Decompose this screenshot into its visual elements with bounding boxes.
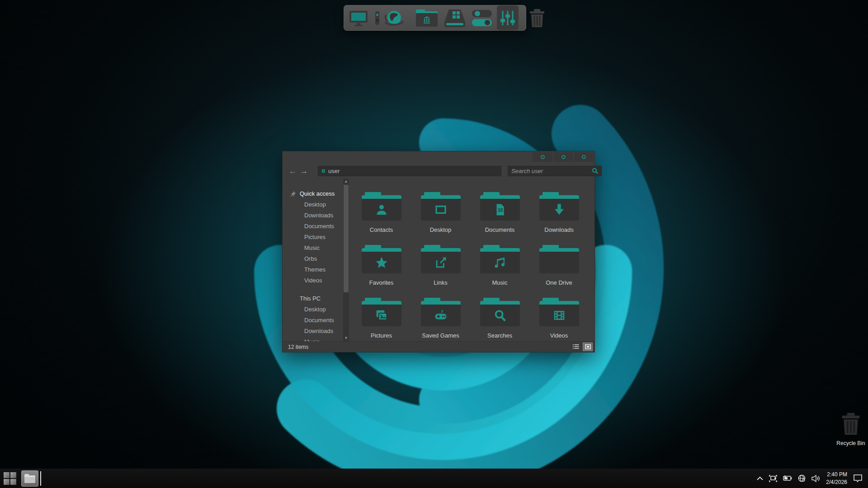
folder-tile-favorites[interactable]: Favorites (352, 239, 411, 292)
speaker-icon[interactable] (375, 5, 379, 30)
person-icon (375, 203, 388, 216)
folder-tile-pictures[interactable]: Pictures (352, 292, 411, 345)
network-globe-icon[interactable] (798, 474, 806, 482)
recycle-bin-icon (840, 412, 861, 436)
sidebar-item-orbs[interactable]: Orbs (283, 253, 349, 264)
folder-tile-searches[interactable]: Searches (470, 292, 529, 345)
taskbar-file-explorer-button[interactable] (21, 470, 38, 487)
file-explorer-window: ← → Quick access Desktop Downloads (282, 151, 595, 352)
large-icons-view-button[interactable] (583, 343, 593, 351)
search-input[interactable] (511, 168, 592, 174)
folder-tile-documents[interactable]: Documents (470, 187, 529, 239)
folder-tile-saved-games[interactable]: Saved Games (411, 292, 470, 345)
display-icon[interactable] (349, 5, 371, 30)
scrollbar-thumb[interactable] (344, 185, 349, 292)
folder-icon (539, 298, 579, 326)
share-icon (434, 256, 448, 269)
folder-grid: Contacts Desktop Documents (349, 178, 594, 341)
sidebar-item-pc-desktop[interactable]: Desktop (283, 304, 349, 315)
music-note-icon (493, 256, 507, 269)
folder-icon (362, 245, 401, 273)
sidebar-item-themes[interactable]: Themes (283, 264, 349, 275)
folder-tile-links[interactable]: Links (411, 239, 470, 292)
sidebar-item-pc-downloads[interactable]: Downloads (283, 326, 349, 337)
list-view-icon (573, 344, 579, 350)
scroll-down-icon[interactable]: ▼ (343, 335, 349, 341)
chevron-up-icon[interactable] (757, 476, 763, 480)
film-icon (552, 309, 566, 322)
volume-icon[interactable] (811, 475, 820, 482)
sidebar-scrollbar[interactable]: ▲ ▼ (343, 178, 349, 341)
pictures-icon (375, 309, 388, 322)
folder-icon (24, 474, 36, 483)
forward-button[interactable]: → (300, 167, 308, 175)
folder-icon (362, 192, 401, 221)
pin-icon (290, 191, 296, 197)
sidebar-item-quick-access[interactable]: Quick access (283, 188, 349, 199)
gamepad-icon (434, 309, 448, 322)
clock-date: 2/4/2026 (826, 479, 847, 486)
star-icon (375, 256, 388, 269)
taskbar: 2:40 PM 2/4/2026 (0, 469, 868, 488)
close-icon (582, 155, 586, 159)
sidebar-gap (283, 286, 349, 293)
address-folder-icon (322, 169, 325, 173)
document-icon (493, 203, 507, 216)
folder-tile-desktop[interactable]: Desktop (411, 187, 470, 239)
sidebar-item-documents[interactable]: Documents (283, 221, 349, 232)
window-body: Quick access Desktop Downloads Documents… (283, 178, 594, 341)
folder-tile-one-drive[interactable]: One Drive (529, 239, 589, 292)
battery-icon[interactable] (783, 475, 792, 481)
search-box[interactable] (508, 166, 602, 176)
library-folder-icon[interactable] (415, 5, 439, 30)
folder-icon (480, 192, 520, 221)
recycle-bin-label: Recycle Bin (824, 440, 868, 446)
list-view-button[interactable] (571, 343, 581, 351)
scroll-up-icon[interactable]: ▲ (343, 178, 349, 184)
download-arrow-icon (552, 203, 566, 216)
sidebar-item-videos[interactable]: Videos (283, 275, 349, 286)
folder-icon (362, 298, 401, 326)
clock-time: 2:40 PM (826, 471, 847, 478)
folder-tile-music[interactable]: Music (470, 239, 529, 292)
sidebar-item-this-pc[interactable]: This PC (283, 293, 349, 304)
minimize-button[interactable] (533, 152, 553, 162)
maximize-icon (561, 155, 566, 159)
folder-tile-contacts[interactable]: Contacts (352, 187, 411, 239)
recycle-bin[interactable]: Recycle Bin (824, 412, 868, 446)
equalizer-icon[interactable] (497, 5, 519, 30)
sidebar-item-pc-documents[interactable]: Documents (283, 315, 349, 326)
folder-icon (480, 298, 520, 326)
titlebar[interactable] (283, 151, 594, 163)
folder-tile-videos[interactable]: Videos (529, 292, 589, 345)
sidebar-item-pictures[interactable]: Pictures (283, 232, 349, 243)
desktop: ← → Quick access Desktop Downloads (0, 0, 868, 488)
active-app-divider (40, 471, 41, 486)
status-bar: 12 items (283, 341, 594, 352)
sidebar-item-desktop[interactable]: Desktop (283, 199, 349, 210)
navigation-toolbar: ← → (283, 163, 594, 178)
folder-icon (421, 245, 461, 273)
taskbar-clock[interactable]: 2:40 PM 2/4/2026 (826, 471, 847, 485)
trash-icon[interactable] (528, 5, 546, 30)
search-icon (493, 309, 507, 322)
folder-tile-downloads[interactable]: Downloads (529, 187, 589, 239)
action-center-icon[interactable] (853, 474, 863, 483)
network-globe-icon[interactable] (383, 5, 405, 30)
minimize-icon (541, 155, 545, 159)
start-button[interactable] (1, 470, 19, 487)
search-icon (592, 168, 598, 174)
folder-icon (421, 192, 461, 221)
back-button[interactable]: ← (289, 167, 297, 175)
sidebar: Quick access Desktop Downloads Documents… (283, 178, 349, 341)
sidebar-item-music[interactable]: Music (283, 243, 349, 253)
toggles-icon[interactable] (471, 5, 493, 30)
sidebar-item-downloads[interactable]: Downloads (283, 210, 349, 221)
windows-logo-icon (4, 472, 16, 485)
maximize-button[interactable] (553, 152, 573, 162)
cast-icon[interactable] (769, 475, 777, 482)
address-bar[interactable] (318, 166, 501, 176)
system-drive-icon[interactable] (443, 5, 467, 30)
close-button[interactable] (573, 152, 594, 162)
address-input[interactable] (328, 168, 497, 174)
